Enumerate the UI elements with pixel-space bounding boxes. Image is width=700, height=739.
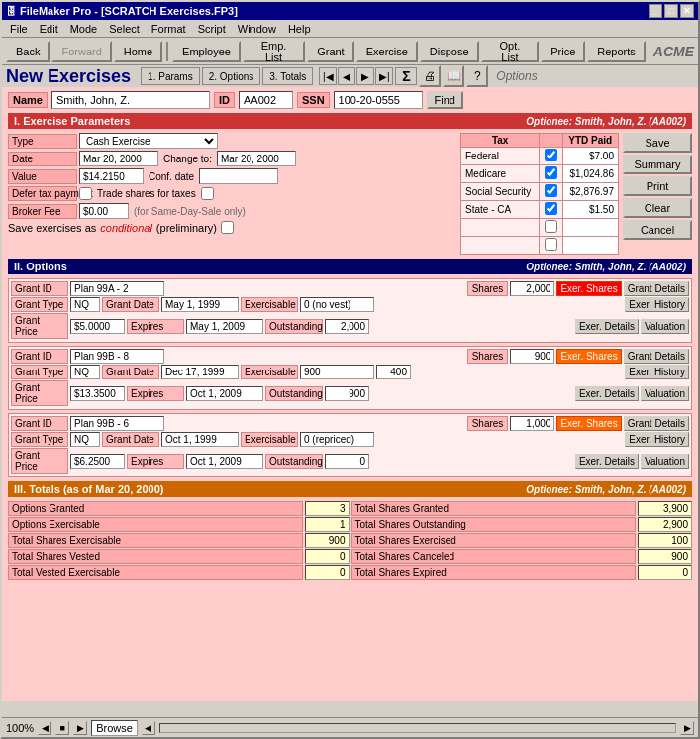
menu-file[interactable]: File <box>4 22 34 36</box>
print-button[interactable]: Print <box>623 176 692 196</box>
outstanding-input-0[interactable] <box>325 319 369 334</box>
tax-check-cell[interactable] <box>540 219 562 237</box>
grant-price-input-0[interactable] <box>70 319 125 334</box>
totals-right-value-3[interactable] <box>638 549 692 564</box>
totals-right-value-2[interactable] <box>638 533 692 548</box>
tax-check-cell[interactable] <box>540 201 562 219</box>
outstanding-input-1[interactable] <box>325 386 369 401</box>
totals-right-value-4[interactable] <box>638 565 692 580</box>
forward-button[interactable]: Forward <box>51 41 111 62</box>
exer-shares-btn-1[interactable]: Exer. Shares <box>556 349 621 364</box>
exercisable-input-1[interactable] <box>300 365 374 379</box>
prev-record-btn[interactable]: ◀ <box>338 67 355 85</box>
totals-left-value-3[interactable] <box>305 549 350 564</box>
grant-price-input-1[interactable] <box>70 386 125 401</box>
scroll-end-btn[interactable]: ▶ <box>680 721 694 735</box>
totals-left-value-1[interactable] <box>305 517 350 532</box>
shares-value-1[interactable] <box>510 349 554 364</box>
price-button[interactable]: Price <box>541 41 585 62</box>
last-record-btn[interactable]: ▶| <box>375 67 393 85</box>
menu-help[interactable]: Help <box>282 22 317 36</box>
menu-edit[interactable]: Edit <box>34 22 64 36</box>
exercise-button[interactable]: Exercise <box>356 41 418 62</box>
summary-button[interactable]: Summary <box>623 155 692 174</box>
totals-right-value-1[interactable] <box>638 517 692 532</box>
exer-details-btn-1[interactable]: Exer. Details <box>575 386 639 401</box>
expires-input-1[interactable] <box>186 386 263 401</box>
home-button[interactable]: Home <box>114 41 162 62</box>
tab-totals[interactable]: 3. Totals <box>262 67 313 85</box>
grant-details-btn-1[interactable]: Grant Details <box>624 349 689 364</box>
trade-checkbox[interactable] <box>201 187 214 200</box>
grant-type-input-1[interactable] <box>70 365 100 379</box>
employee-button[interactable]: Employee <box>172 41 241 62</box>
grant-id-input-2[interactable] <box>70 416 164 431</box>
valuation-btn-1[interactable]: Valuation <box>641 386 689 401</box>
opt-list-button[interactable]: Opt. List <box>481 41 540 62</box>
tax-check-cell[interactable] <box>540 165 562 183</box>
grant-date-input-1[interactable] <box>161 365 239 379</box>
grant-id-input-0[interactable] <box>70 281 164 296</box>
clear-button[interactable]: Clear <box>623 198 692 218</box>
defer-checkbox[interactable] <box>79 187 92 200</box>
exer-details-btn-2[interactable]: Exer. Details <box>575 454 639 469</box>
grant-details-btn-0[interactable]: Grant Details <box>624 281 689 296</box>
conditional-link[interactable]: conditional <box>100 222 152 234</box>
scroll-right-btn[interactable]: ▶ <box>73 721 87 735</box>
value-input[interactable] <box>79 168 144 184</box>
outstanding-input-2[interactable] <box>325 454 369 469</box>
shares-value-2[interactable] <box>510 416 554 431</box>
tax-check-cell[interactable] <box>540 148 562 165</box>
grant-type-input-2[interactable] <box>70 432 100 447</box>
ssn-input[interactable] <box>334 91 423 109</box>
menu-script[interactable]: Script <box>192 22 232 36</box>
broker-input[interactable] <box>79 203 129 219</box>
shares-value-0[interactable] <box>510 281 554 296</box>
menu-select[interactable]: Select <box>103 22 146 36</box>
expires-input-0[interactable] <box>186 319 263 334</box>
totals-left-value-0[interactable] <box>305 501 350 516</box>
conf-date-input[interactable] <box>199 168 278 184</box>
back-button[interactable]: Back <box>6 41 50 62</box>
grant-id-input-1[interactable] <box>70 349 164 364</box>
exercisable-input-2[interactable] <box>300 432 374 447</box>
first-record-btn[interactable]: |◀ <box>319 67 337 85</box>
book-icon-btn[interactable]: 📖 <box>443 65 464 87</box>
exer-shares-btn-2[interactable]: Exer. Shares <box>556 416 621 431</box>
totals-right-value-0[interactable] <box>638 501 692 516</box>
tax-check-cell[interactable] <box>540 237 562 255</box>
exer-history-btn-1[interactable]: Exer. History <box>625 365 689 379</box>
menu-mode[interactable]: Mode <box>64 22 104 36</box>
valuation-btn-2[interactable]: Valuation <box>641 454 689 469</box>
grant-date-input-2[interactable] <box>161 432 239 447</box>
name-input[interactable] <box>51 91 210 109</box>
reports-button[interactable]: Reports <box>587 41 646 62</box>
totals-left-value-4[interactable] <box>305 565 350 580</box>
find-button[interactable]: Find <box>427 91 463 109</box>
dispose-button[interactable]: Dispose <box>420 41 479 62</box>
exer-history-btn-0[interactable]: Exer. History <box>625 297 689 312</box>
maximize-btn[interactable]: □ <box>664 4 678 18</box>
close-btn[interactable]: ✕ <box>680 4 694 18</box>
minimize-btn[interactable]: _ <box>649 4 662 18</box>
grant-details-btn-2[interactable]: Grant Details <box>624 416 689 431</box>
grant-button[interactable]: Grant <box>307 41 354 62</box>
sigma-button[interactable]: Σ <box>395 67 417 85</box>
help-icon-btn[interactable]: ? <box>466 65 488 87</box>
id-input[interactable] <box>239 91 293 109</box>
expires-input-2[interactable] <box>186 454 263 469</box>
date-input[interactable] <box>79 151 158 166</box>
exer-history-btn-2[interactable]: Exer. History <box>625 432 689 447</box>
valuation-btn-0[interactable]: Valuation <box>641 319 689 334</box>
cancel-button[interactable]: Cancel <box>623 220 692 240</box>
type-select[interactable]: Cash Exercise <box>79 133 218 149</box>
totals-left-value-2[interactable] <box>305 533 350 548</box>
prev-mode-btn[interactable]: ◀ <box>142 721 155 735</box>
exercisable-value2-1[interactable] <box>376 365 411 379</box>
tab-options[interactable]: 2. Options <box>202 67 261 85</box>
tax-check-cell[interactable] <box>540 183 562 201</box>
scroll-left-btn[interactable]: ◀ <box>38 721 51 735</box>
change-to-input[interactable] <box>217 151 296 166</box>
menu-window[interactable]: Window <box>232 22 282 36</box>
grant-date-input-0[interactable] <box>161 297 239 312</box>
